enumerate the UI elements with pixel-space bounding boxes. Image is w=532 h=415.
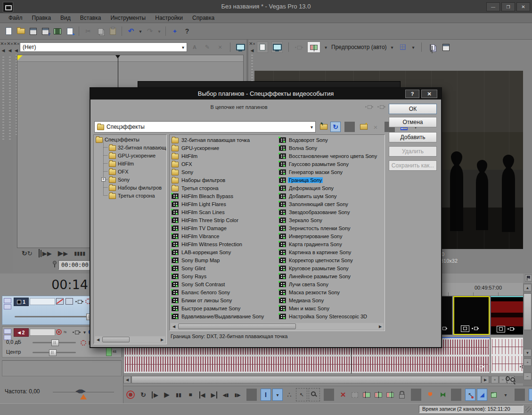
tree-item[interactable]: HitFilm: [101, 159, 166, 167]
copy-snapshot-icon[interactable]: [427, 42, 438, 52]
external-monitor-icon[interactable]: [271, 42, 283, 53]
expand-icon[interactable]: +: [101, 177, 106, 182]
close-icon[interactable]: ×: [0, 42, 7, 46]
close-icon[interactable]: ×: [7, 42, 13, 46]
chevron-down-icon[interactable]: ▾: [179, 45, 184, 50]
plugin-list[interactable]: 32-битная плавающая точка GPU-ускорение …: [169, 134, 385, 331]
undo-dropdown[interactable]: [138, 25, 143, 37]
pan-crop-icon[interactable]: [461, 325, 469, 332]
record-icon[interactable]: [126, 390, 135, 399]
track-name-field[interactable]: [30, 329, 55, 336]
paste-icon[interactable]: [107, 25, 118, 37]
track-fx-icon[interactable]: [72, 328, 81, 336]
new-folder-icon[interactable]: [359, 122, 369, 132]
plugin-item[interactable]: Настройка Sony Stereoscopic 3D: [278, 312, 385, 320]
pan-slider[interactable]: [33, 352, 76, 353]
plugin-item[interactable]: Зернистость пленки Sony: [278, 224, 385, 232]
separator[interactable]: [165, 26, 166, 36]
properties-icon[interactable]: [64, 25, 75, 37]
dock-strip[interactable]: × ◀: [7, 41, 13, 140]
arm-record-icon[interactable]: [56, 329, 62, 335]
undo-icon[interactable]: [125, 25, 137, 37]
chevron-down-icon[interactable]: ▾: [82, 330, 87, 335]
folder-item[interactable]: GPU-ускорение: [171, 144, 278, 152]
plugin-item[interactable]: Sony Rays: [171, 272, 278, 280]
overlay-grid-icon[interactable]: [398, 42, 408, 52]
automation-mode-icon[interactable]: [81, 340, 86, 346]
plugin-item[interactable]: Маска резкости Sony: [278, 288, 385, 296]
scrollbar-thumb[interactable]: [524, 293, 532, 330]
new-project-icon[interactable]: [3, 25, 14, 37]
copy-icon[interactable]: [95, 25, 106, 37]
import-media-icon[interactable]: [52, 25, 63, 37]
refresh-icon[interactable]: [330, 122, 341, 132]
cursor-time-display[interactable]: 00:14: [51, 277, 88, 292]
collapse-icon[interactable]: ◀: [2, 48, 5, 53]
delete-icon[interactable]: [338, 389, 348, 401]
redo-dropdown[interactable]: [156, 25, 162, 37]
loop-playback-icon[interactable]: [138, 389, 148, 401]
plugin-item[interactable]: LAB-коррекция Sony: [171, 248, 278, 256]
play-icon[interactable]: ▶: [58, 249, 68, 257]
scroll-up-icon[interactable]: ▲: [524, 284, 532, 291]
separator[interactable]: [451, 389, 461, 401]
minimize-icon[interactable]: [486, 2, 500, 11]
restore-icon[interactable]: [501, 2, 515, 11]
chevron-down-icon[interactable]: ▾: [390, 45, 394, 50]
folder-path-combo[interactable]: Спецэффекты ▾: [94, 121, 316, 133]
split-start-icon[interactable]: [361, 389, 372, 401]
rate-scrub-thumb[interactable]: ◀◆▶: [75, 388, 84, 394]
plugin-item[interactable]: Sony Soft Contrast: [171, 280, 278, 288]
tree-item[interactable]: 32-битная плавающая точка: [101, 143, 166, 151]
track-zoom-in-icon[interactable]: +: [524, 358, 532, 366]
scroll-left-icon[interactable]: ◀: [123, 376, 131, 383]
pause-icon[interactable]: ▮▮: [74, 249, 85, 257]
collapse-icon[interactable]: ◀: [251, 48, 254, 53]
separator[interactable]: [324, 389, 334, 401]
scrollbar-thumb[interactable]: [178, 324, 296, 329]
plugin-item[interactable]: Блики от линзы Sony: [171, 296, 278, 304]
plugin-item[interactable]: Добавить шум Sony: [278, 192, 385, 200]
plugin-item[interactable]: HitFilm Vibrance: [171, 232, 278, 240]
pan-label[interactable]: Центр: [6, 349, 21, 355]
zoom-tool-icon[interactable]: [507, 376, 515, 383]
folder-item[interactable]: Sony: [171, 168, 278, 176]
next-frame-icon[interactable]: [232, 389, 243, 401]
list-horizontal-scrollbar[interactable]: ◀ ▶: [171, 323, 384, 330]
tree-item[interactable]: GPU-ускорение: [101, 151, 166, 159]
video-output-fx-icon[interactable]: [295, 43, 304, 51]
plugin-item[interactable]: Граница Sony: [278, 176, 385, 184]
plugin-item[interactable]: Sony Glint: [171, 264, 278, 272]
split-screen-icon[interactable]: [307, 42, 320, 53]
loop-playback-icon[interactable]: ↻: [22, 249, 33, 257]
menu-item[interactable]: Настройки: [150, 13, 188, 23]
scroll-left-icon[interactable]: ◀: [95, 336, 101, 343]
auto-ripple-icon[interactable]: [489, 389, 499, 401]
track-motion-icon[interactable]: [65, 298, 73, 305]
video-monitor-icon[interactable]: [235, 42, 246, 52]
play-from-start-icon[interactable]: ▶: [39, 249, 52, 257]
delete-folder-icon[interactable]: [370, 122, 381, 132]
separator[interactable]: [411, 389, 421, 401]
interactive-tool-icon[interactable]: [169, 25, 180, 37]
scrollbar-thumb[interactable]: [131, 376, 481, 383]
track-minimize-icon[interactable]: [4, 329, 11, 334]
track-zoom-out-icon[interactable]: −: [524, 373, 532, 380]
slider-thumb[interactable]: [51, 340, 59, 346]
track-name-field[interactable]: [30, 298, 55, 305]
scroll-right-icon[interactable]: ▶: [482, 376, 489, 383]
chevron-down-icon[interactable]: ▾: [308, 124, 313, 130]
event-fx-icon[interactable]: [471, 325, 480, 331]
save-preset-icon[interactable]: [189, 42, 200, 52]
play-from-start-icon[interactable]: [150, 389, 160, 401]
plugin-item[interactable]: Круговое размытие Sony: [278, 264, 385, 272]
slider-thumb[interactable]: [49, 349, 57, 356]
tree-root-item[interactable]: Спецэффекты: [94, 135, 166, 143]
pan-crop-icon[interactable]: [497, 326, 505, 332]
close-icon[interactable]: [516, 2, 530, 11]
split-middle-icon[interactable]: [373, 389, 384, 401]
separator[interactable]: [246, 389, 257, 401]
open-icon[interactable]: [15, 25, 26, 37]
help-select-icon[interactable]: [181, 25, 193, 37]
tree-horizontal-scrollbar[interactable]: ◀ ▶: [95, 336, 165, 343]
